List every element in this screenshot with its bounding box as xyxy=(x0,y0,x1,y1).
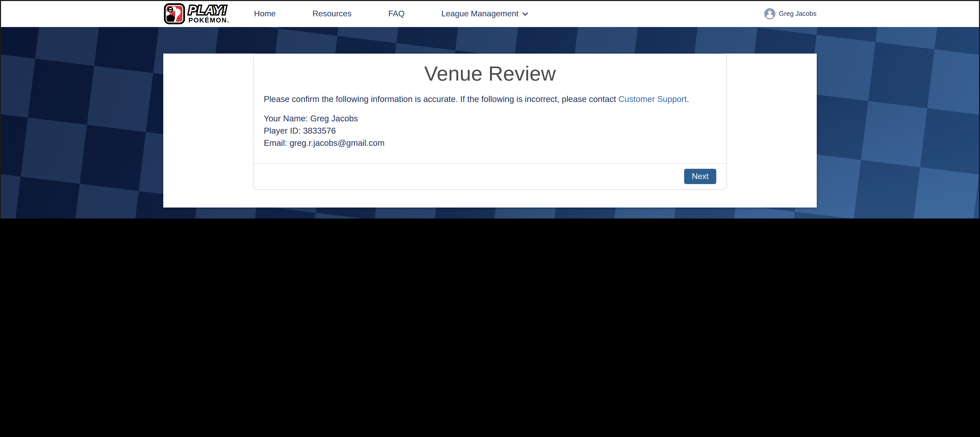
content-panel: Venue Review Please confirm the followin… xyxy=(163,54,817,208)
primary-nav: Home Resources FAQ League Management xyxy=(254,9,529,18)
field-label: Email: xyxy=(264,138,287,147)
card-footer: Next xyxy=(253,163,727,189)
nav-resources[interactable]: Resources xyxy=(312,9,352,18)
next-button[interactable]: Next xyxy=(684,169,716,184)
chevron-down-icon xyxy=(522,11,529,17)
page-title: Venue Review xyxy=(264,62,716,85)
nav-league-management[interactable]: League Management xyxy=(441,9,528,18)
field-player-id: Player ID: 3833576 xyxy=(264,124,716,137)
logo-play-text: PLAY! xyxy=(188,4,229,16)
main-content: Venue Review Please confirm the followin… xyxy=(0,27,980,218)
logo-text: PLAY! POKÉMON. xyxy=(188,4,229,23)
field-label: Your Name: xyxy=(264,114,308,123)
card-body: Venue Review Please confirm the followin… xyxy=(253,54,727,163)
customer-support-link[interactable]: Customer Support xyxy=(618,94,687,103)
confirmation-text-suffix: . xyxy=(687,94,689,103)
field-value: 3833576 xyxy=(303,126,336,135)
play-pokemon-logo[interactable]: PLAY! POKÉMON. xyxy=(164,3,229,24)
nav-faq[interactable]: FAQ xyxy=(388,9,404,18)
logo-pokemon-text: POKÉMON. xyxy=(188,17,229,23)
navbar-inner: PLAY! POKÉMON. Home Resources FAQ League… xyxy=(155,0,825,27)
user-name: Greg Jacobs xyxy=(779,10,816,17)
confirmation-text: Please confirm the following information… xyxy=(264,94,716,104)
player-info: Your Name: Greg Jacobs Player ID: 383357… xyxy=(264,112,716,163)
field-your-name: Your Name: Greg Jacobs xyxy=(264,112,716,124)
user-menu[interactable]: Greg Jacobs xyxy=(764,8,816,19)
field-value: greg.r.jacobs@gmail.com xyxy=(290,138,385,147)
field-email: Email: greg.r.jacobs@gmail.com xyxy=(264,137,716,149)
confirmation-text-prefix: Please confirm the following information… xyxy=(264,94,618,103)
venue-review-card: Venue Review Please confirm the followin… xyxy=(253,54,727,190)
field-value: Greg Jacobs xyxy=(310,114,358,123)
play-pokemon-badge-icon xyxy=(164,3,185,24)
page: PLAY! POKÉMON. Home Resources FAQ League… xyxy=(0,0,980,218)
nav-league-management-label: League Management xyxy=(441,9,518,18)
nav-home[interactable]: Home xyxy=(254,9,276,18)
top-navbar: PLAY! POKÉMON. Home Resources FAQ League… xyxy=(0,0,980,27)
avatar-icon xyxy=(764,8,775,19)
field-label: Player ID: xyxy=(264,126,301,135)
